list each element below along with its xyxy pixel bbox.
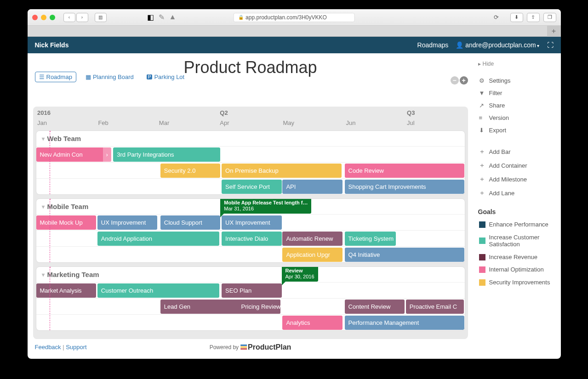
goal-item[interactable]: Increase Customer Satisfaction [478, 231, 556, 251]
user-icon: 👤 [456, 41, 463, 49]
chevron-down-icon: ▾ [42, 204, 45, 210]
milestone[interactable]: ReviewApr 30, 2016 [282, 266, 318, 282]
sidebar-add-bar[interactable]: ＋Add Bar [478, 145, 556, 158]
board-icon: ▦ [86, 74, 91, 80]
settings-icon: ⚙ [479, 77, 485, 84]
bar-label: Proactive Email C [410, 303, 457, 310]
share-button[interactable]: ⇪ [527, 13, 540, 22]
roadmap-bar[interactable]: Security 2.0 [160, 164, 220, 178]
color-swatch [479, 221, 485, 228]
extension-icon[interactable]: ✎ [159, 13, 165, 22]
nav-roadmaps[interactable]: Roadmaps [417, 41, 449, 49]
roadmap-bar[interactable]: Performance Management [345, 316, 465, 330]
maximize-window-button[interactable] [50, 15, 55, 20]
roadmap-bar[interactable]: Cloud Support [160, 215, 220, 230]
roadmap-bar[interactable]: API [282, 180, 342, 194]
goals-heading: Goals [478, 208, 556, 215]
roadmap-bar[interactable]: Interactive Dialo [222, 232, 281, 246]
roadmap-bar[interactable]: Customer Outreach [97, 283, 220, 298]
bar-label: New Admin Con [40, 151, 83, 158]
quarter-label: Q2 [220, 109, 228, 116]
forward-button[interactable]: › [76, 13, 88, 22]
roadmap-bar[interactable]: Android Application [97, 232, 220, 246]
sidebar-add-milestone[interactable]: ＋Add Milestone [478, 172, 556, 186]
expand-icon[interactable]: › [103, 147, 111, 162]
tabs-button[interactable]: ❐ [543, 13, 556, 22]
sidebar-action-version[interactable]: ≡Version [478, 112, 556, 124]
reload-button[interactable]: ⟳ [494, 14, 499, 21]
bar-label: Mobile Mock Up [40, 219, 83, 226]
sidebar-toggle-button[interactable]: ▥ [95, 13, 107, 22]
roadmap-bar[interactable]: Q4 Initiative [345, 248, 465, 262]
roadmap-bar[interactable]: Shopping Cart Improvements [345, 180, 465, 194]
extension-icon[interactable]: ▲ [169, 13, 177, 22]
lane: ▾Web TeamNew Admin Con›3rd Party Integra… [36, 130, 465, 195]
sidebar-add-lane[interactable]: ＋Add Lane [478, 186, 556, 200]
roadmap-bar[interactable]: UX Improvement [222, 215, 281, 230]
goal-item[interactable]: Enhance Performance [478, 218, 556, 231]
bar-label: UX Improvement [101, 219, 146, 226]
sidebar-action-export[interactable]: ⬇Export [478, 124, 556, 136]
roadmap-bar[interactable]: UX Improvement [97, 215, 157, 230]
lane-title: Marketing Team [47, 271, 99, 278]
zoom-in-button[interactable]: + [460, 76, 468, 85]
support-link[interactable]: Support [66, 344, 87, 351]
roadmap-bar[interactable]: Code Review [345, 164, 465, 178]
roadmap-bar[interactable]: Content Review [345, 300, 405, 314]
goal-item[interactable]: Security Improvements [478, 276, 556, 289]
goal-item[interactable]: Internal Optimization [478, 263, 556, 276]
address-bar[interactable]: 🔒 app.productplan.com/3H0yVKKO [233, 13, 355, 22]
roadmap-bar[interactable]: Analytics [282, 316, 342, 330]
downloads-button[interactable]: ⬇ [510, 13, 523, 22]
feedback-link[interactable]: Feedback [35, 344, 61, 351]
tab-parking-lot[interactable]: PParking Lot [143, 72, 188, 82]
sidebar-action-share[interactable]: ↗Share [478, 99, 556, 112]
tab-roadmap[interactable]: ☰Roadmap [35, 72, 76, 82]
zoom-out-button[interactable]: − [451, 76, 459, 85]
sidebar-action-filter[interactable]: ▼Filter [478, 87, 556, 99]
back-button[interactable]: ‹ [63, 13, 75, 22]
bar-label: UX Improvement [225, 219, 270, 226]
bar-label: Automatic Renew [286, 235, 333, 242]
roadmap-bar[interactable]: Ticketing System [345, 232, 396, 246]
lane-header[interactable]: ▾Web Team [36, 131, 465, 146]
lane-header[interactable]: ▾Marketing Team [36, 267, 465, 282]
roadmap-bar[interactable]: Automatic Renew [282, 232, 342, 246]
roadmap-bar[interactable]: 3rd Party Integrations [113, 147, 220, 162]
roadmap-bar[interactable]: New Admin Con› [36, 147, 111, 162]
sidebar-add-container[interactable]: ＋Add Container [478, 158, 556, 172]
tab-planning-board[interactable]: ▦Planning Board [82, 72, 137, 82]
user-menu[interactable]: 👤 andre@productplan.com [456, 41, 539, 49]
month-label: Jul [407, 119, 415, 126]
milestone[interactable]: Mobile App Release Test length f…Mar 31,… [220, 198, 311, 214]
traffic-lights [32, 15, 55, 20]
roadmap-bar[interactable]: Application Upgr [282, 248, 342, 262]
month-label: Jan [37, 119, 47, 126]
plus-icon: ＋ [479, 161, 485, 170]
color-swatch [479, 254, 485, 260]
share-icon: ↗ [479, 102, 485, 109]
lane-row: Lead Gen›Pricing ReviewContent ReviewPro… [36, 298, 465, 314]
goal-item[interactable]: Increase Revenue [478, 251, 556, 264]
roadmap-bar[interactable]: Market Analysis [36, 283, 96, 298]
lane: ▾Marketing TeamReviewApr 30, 2016Market … [36, 266, 465, 331]
plus-icon: ＋ [479, 189, 485, 197]
fullscreen-icon[interactable]: ⛶ [547, 41, 554, 49]
extension-icon[interactable]: ◧ [147, 13, 154, 22]
roadmap-bar[interactable]: SEO Plan [222, 283, 281, 298]
hide-sidebar-button[interactable]: ▸ Hide [478, 61, 556, 67]
minimize-window-button[interactable] [41, 15, 46, 20]
roadmap-bar[interactable]: On Premise Backup [222, 164, 342, 178]
lane-row: Android ApplicationInteractive DialoAuto… [36, 230, 465, 246]
roadmap-bar[interactable]: Mobile Mock Up [36, 215, 96, 230]
sidebar-action-settings[interactable]: ⚙Settings [478, 74, 556, 87]
chevron-down-icon: ▾ [42, 272, 45, 278]
roadmap-bar[interactable]: Proactive Email C [406, 300, 464, 314]
new-tab-button[interactable]: + [547, 26, 561, 37]
bar-label: API [286, 183, 296, 190]
bar-label: Code Review [348, 167, 384, 174]
close-window-button[interactable] [32, 15, 38, 20]
roadmap-bar[interactable]: Pricing Review [238, 300, 280, 314]
roadmap-bar[interactable]: Self Service Port [222, 180, 281, 194]
plus-icon: ＋ [479, 175, 485, 183]
